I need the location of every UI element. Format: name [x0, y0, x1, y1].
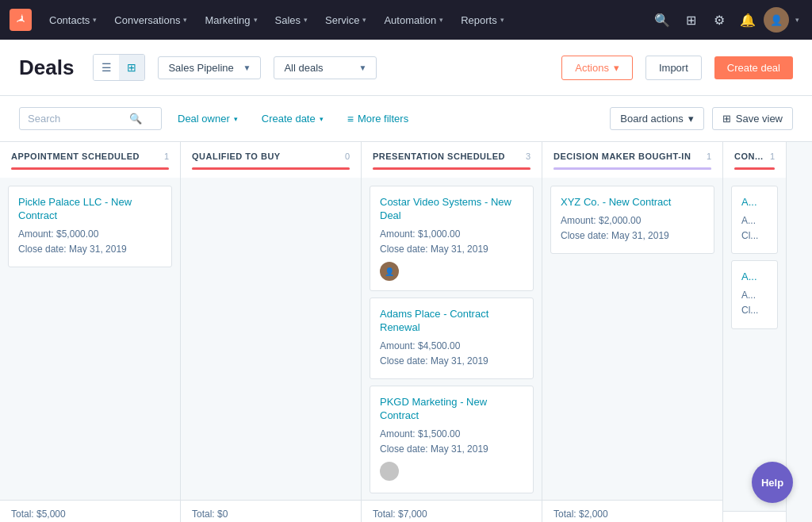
- help-button[interactable]: Help: [752, 462, 793, 503]
- deal-card-decision-maker-bought-in-0[interactable]: XYZ Co. - New Contract Amount: $2,000.00…: [550, 186, 714, 254]
- deal-name-contract-sent-0: A...: [741, 196, 768, 209]
- search-box[interactable]: 🔍: [19, 107, 162, 130]
- create-date-filter[interactable]: Create date ▾: [254, 108, 331, 129]
- actions-chevron-icon: ▾: [614, 62, 619, 74]
- col-bar-decision-maker-bought-in: [553, 167, 711, 170]
- list-view-button[interactable]: ☰: [94, 55, 119, 80]
- col-bar-fill-qualified-to-buy: [192, 167, 350, 170]
- create-deal-button[interactable]: Create deal: [714, 56, 793, 79]
- col-title-contract-sent: CON...: [734, 152, 764, 161]
- nav-chevron-reports-icon: ▾: [500, 16, 504, 24]
- deal-close-date-decision-maker-bought-in-0: Close date: May 31, 2019: [561, 228, 704, 244]
- col-header-presentation-scheduled: PRESENTATION SCHEDULED 3: [362, 142, 542, 178]
- nav-item-sales[interactable]: Sales▾: [267, 10, 316, 31]
- col-header-decision-maker-bought-in: DECISION MAKER BOUGHT-IN 1: [542, 142, 722, 178]
- save-icon: ⊞: [722, 113, 731, 125]
- kanban-board: APPOINTMENT SCHEDULED 1 Pickle Palace LL…: [0, 142, 812, 522]
- col-count-presentation-scheduled: 3: [526, 152, 530, 161]
- nav-label-sales: Sales: [275, 14, 301, 26]
- nav-chevron-marketing-icon: ▾: [254, 16, 258, 24]
- pipeline-chevron-icon: ▼: [243, 63, 251, 72]
- nav-item-reports[interactable]: Reports▾: [453, 10, 512, 31]
- pipeline-dropdown[interactable]: Sales Pipeline ▼: [158, 56, 261, 79]
- col-body-presentation-scheduled: Costar Video Systems - New Deal Amount: …: [362, 178, 542, 500]
- deal-amount-presentation-scheduled-1: Amount: $4,500.00: [380, 339, 523, 354]
- col-footer-qualified-to-buy: Total: $0: [181, 500, 361, 522]
- search-icon: 🔍: [129, 113, 142, 125]
- search-input[interactable]: [28, 113, 123, 125]
- deal-owner-filter[interactable]: Deal owner ▾: [170, 108, 246, 129]
- deal-close-date-presentation-scheduled-1: Close date: May 31, 2019: [380, 354, 523, 369]
- board-actions-button[interactable]: Board actions ▾: [610, 107, 704, 130]
- nav-chevron-conversations-icon: ▾: [183, 16, 187, 24]
- kanban-col-decision-maker-bought-in: DECISION MAKER BOUGHT-IN 1 XYZ Co. - New…: [542, 142, 723, 522]
- deal-name-presentation-scheduled-0: Costar Video Systems - New Deal: [380, 196, 523, 223]
- deal-amount-presentation-scheduled-2: Amount: $1,500.00: [380, 427, 523, 442]
- nav-chevron-service-icon: ▾: [362, 16, 366, 24]
- grid-icon[interactable]: ⊞: [678, 7, 703, 33]
- nav-label-contacts: Contacts: [49, 14, 90, 26]
- navbar: Contacts▾Conversations▾Marketing▾Sales▾S…: [0, 0, 812, 40]
- deals-filter-dropdown[interactable]: All deals ▼: [274, 56, 377, 79]
- nav-chevron-sales-icon: ▾: [304, 16, 308, 24]
- deal-name-presentation-scheduled-1: Adams Place - Contract Renewal: [380, 308, 523, 335]
- deal-card-presentation-scheduled-0[interactable]: Costar Video Systems - New Deal Amount: …: [370, 186, 534, 291]
- deal-close-date-contract-sent-0: Cl...: [741, 228, 768, 244]
- deal-card-presentation-scheduled-1[interactable]: Adams Place - Contract Renewal Amount: $…: [370, 297, 534, 379]
- col-bar-contract-sent: [734, 167, 775, 170]
- col-count-decision-maker-bought-in: 1: [707, 152, 711, 161]
- nav-item-service[interactable]: Service▾: [317, 10, 374, 31]
- deal-card-presentation-scheduled-2[interactable]: PKGD Marketing - New Contract Amount: $1…: [370, 386, 534, 493]
- deal-card-contract-sent-1[interactable]: A... A... Cl...: [731, 260, 778, 328]
- more-filters-button[interactable]: ≡ More filters: [339, 108, 416, 130]
- col-header-qualified-to-buy: QUALIFIED TO BUY 0: [181, 142, 361, 178]
- nav-label-automation: Automation: [384, 14, 436, 26]
- deal-close-date-presentation-scheduled-0: Close date: May 31, 2019: [380, 242, 523, 257]
- nav-label-conversations: Conversations: [114, 14, 180, 26]
- settings-icon[interactable]: ⚙: [707, 7, 732, 33]
- deal-avatar-presentation-scheduled-0: 👤: [380, 262, 399, 281]
- col-title-appointment-scheduled: APPOINTMENT SCHEDULED: [11, 152, 140, 161]
- search-icon[interactable]: 🔍: [649, 7, 675, 33]
- save-view-button[interactable]: ⊞ Save view: [712, 107, 793, 130]
- deal-amount-contract-sent-0: A...: [741, 213, 768, 228]
- nav-item-automation[interactable]: Automation▾: [376, 10, 451, 31]
- kanban-col-appointment-scheduled: APPOINTMENT SCHEDULED 1 Pickle Palace LL…: [0, 142, 181, 522]
- deal-amount-decision-maker-bought-in-0: Amount: $2,000.00: [561, 213, 704, 228]
- col-count-qualified-to-buy: 0: [345, 152, 350, 161]
- page-header: Deals ☰ ⊞ Sales Pipeline ▼ All deals ▼ A…: [0, 40, 812, 96]
- user-avatar[interactable]: 👤: [764, 7, 789, 33]
- deal-amount-appointment-scheduled-0: Amount: $5,000.00: [18, 227, 162, 242]
- col-count-contract-sent: 1: [770, 152, 775, 161]
- nav-item-contacts[interactable]: Contacts▾: [41, 10, 105, 31]
- pipeline-label: Sales Pipeline: [168, 62, 233, 74]
- col-footer-contract-sent: [723, 511, 786, 522]
- col-bar-fill-contract-sent: [734, 167, 775, 170]
- nav-item-conversations[interactable]: Conversations▾: [106, 10, 195, 31]
- deal-close-date-appointment-scheduled-0: Close date: May 31, 2019: [18, 242, 162, 257]
- nav-label-reports: Reports: [461, 14, 497, 26]
- col-bar-fill-appointment-scheduled: [11, 167, 169, 170]
- deal-owner-chevron-icon: ▾: [234, 115, 238, 123]
- actions-button[interactable]: Actions ▾: [561, 56, 633, 80]
- board-view-button[interactable]: ⊞: [119, 55, 144, 80]
- deal-amount-contract-sent-1: A...: [741, 288, 768, 303]
- notifications-icon[interactable]: 🔔: [735, 7, 760, 33]
- deal-close-date-contract-sent-1: Cl...: [741, 303, 768, 318]
- nav-label-service: Service: [325, 14, 359, 26]
- deal-amount-presentation-scheduled-0: Amount: $1,000.00: [380, 227, 523, 242]
- import-button[interactable]: Import: [645, 56, 702, 80]
- col-bar-qualified-to-buy: [192, 167, 350, 170]
- filters-bar: 🔍 Deal owner ▾ Create date ▾ ≡ More filt…: [0, 96, 812, 142]
- page-title: Deals: [19, 56, 74, 80]
- deal-close-date-presentation-scheduled-2: Close date: May 31, 2019: [380, 442, 523, 457]
- view-toggle: ☰ ⊞: [93, 54, 145, 81]
- col-body-decision-maker-bought-in: XYZ Co. - New Contract Amount: $2,000.00…: [542, 178, 722, 500]
- deals-filter-label: All deals: [284, 62, 323, 74]
- deal-card-contract-sent-0[interactable]: A... A... Cl...: [731, 186, 778, 254]
- deal-card-appointment-scheduled-0[interactable]: Pickle Palace LLC - New Contract Amount:…: [8, 186, 172, 267]
- user-menu-chevron[interactable]: ▾: [792, 16, 802, 24]
- hubspot-logo[interactable]: [10, 9, 32, 31]
- col-body-qualified-to-buy: [181, 178, 361, 500]
- nav-item-marketing[interactable]: Marketing▾: [197, 10, 265, 31]
